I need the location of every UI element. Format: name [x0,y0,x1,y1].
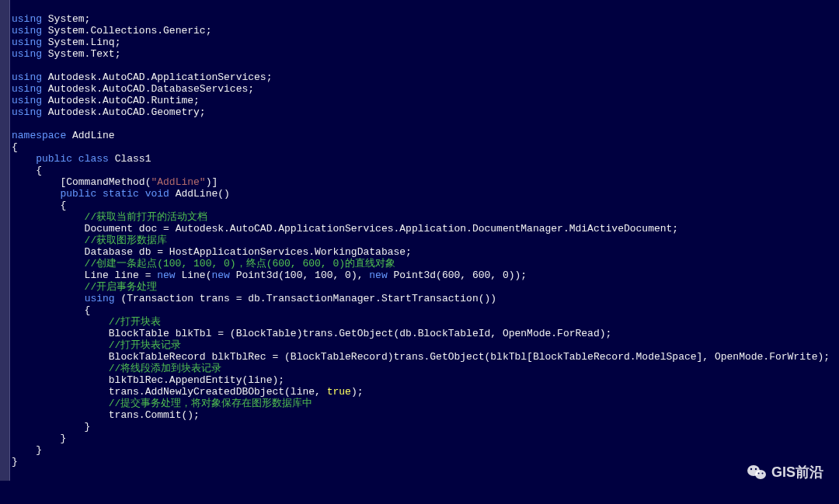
code-line: Line( [176,269,212,281]
brace: } [12,444,42,456]
code-text: System.Linq; [42,36,120,48]
brace: } [12,433,66,444]
kw-public: public [36,153,72,165]
brace: } [12,456,18,468]
kw-namespace: namespace [12,130,66,141]
code-line: BlockTableRecord blkTblRec = (BlockTable… [12,351,830,363]
code-line: Line line = [12,269,157,281]
comment: //打开块表 [12,316,161,328]
brace: { [12,304,90,316]
code-text: System.Collections.Generic; [42,25,211,36]
code-text: System; [42,13,90,25]
comment: //将线段添加到块表记录 [12,363,221,374]
kw-static: static [96,188,139,200]
comment: //开启事务处理 [12,281,157,293]
class-name: Class1 [109,153,151,165]
code-editor: using System; using System.Collections.G… [0,0,839,481]
kw-using: using [85,293,115,304]
kw-public: public [60,188,96,200]
kw-using: using [12,106,42,118]
brace: } [12,421,90,433]
attr-close: )] [206,176,218,188]
brace: { [12,200,66,211]
svg-point-3 [755,468,757,470]
svg-point-1 [755,470,766,479]
method-name: AddLine() [169,188,230,200]
svg-point-4 [757,473,759,474]
code-line: trans.Commit(); [12,409,200,421]
code-body: using System; using System.Collections.G… [10,0,830,481]
kw-using: using [12,36,42,48]
svg-point-5 [761,473,763,474]
code-text: Autodesk.AutoCAD.Runtime; [42,95,200,106]
code-line: Document doc = Autodesk.AutoCAD.Applicat… [12,223,678,235]
kw-new: new [211,269,229,281]
code-line: Point3d(100, 100, 0), [230,269,369,281]
code-line: ); [351,386,364,398]
kw-using: using [12,71,42,83]
comment: //创建一条起点(100, 100, 0)，终点(600, 600, 0)的直线… [12,258,395,269]
code-line: blkTblRec.AppendEntity(line); [12,374,284,386]
kw-new: new [157,269,175,281]
comment: //打开块表记录 [12,339,181,351]
code-line: (Transaction trans = db.TransactionManag… [115,293,496,304]
kw-new: new [369,269,387,281]
string-literal: "AddLine" [151,176,205,188]
comment: //获取图形数据库 [12,235,167,246]
attr-open: [CommandMethod( [12,176,151,188]
code-line: trans.AddNewlyCreatedDBObject(line, [12,386,327,398]
kw-using: using [12,48,42,60]
fold-gutter [0,0,10,481]
svg-point-2 [750,468,752,470]
kw-using: using [12,25,42,36]
code-text: System.Text; [42,48,120,60]
code-text: Autodesk.AutoCAD.ApplicationServices; [42,71,272,83]
ns-name: AddLine [66,130,114,141]
kw-using: using [12,83,42,95]
watermark: GIS前沿 [747,464,823,481]
kw-void: void [139,188,169,200]
brace: { [12,141,18,153]
code-line: BlockTable blkTbl = (BlockTable)trans.Ge… [12,328,611,339]
code-line: Point3d(600, 600, 0)); [388,269,527,281]
code-text: Autodesk.AutoCAD.Geometry; [42,106,206,118]
brace: { [12,165,42,176]
kw-using: using [12,95,42,106]
watermark-text: GIS前沿 [771,467,823,478]
code-line: Database db = HostApplicationServices.Wo… [12,246,412,258]
comment: //获取当前打开的活动文档 [12,211,207,223]
kw-class: class [72,153,109,165]
kw-true: true [327,386,351,398]
code-text: Autodesk.AutoCAD.DatabaseServices; [42,83,254,95]
wechat-icon [747,464,767,481]
kw-using: using [12,13,42,25]
comment: //提交事务处理，将对象保存在图形数据库中 [12,398,312,409]
